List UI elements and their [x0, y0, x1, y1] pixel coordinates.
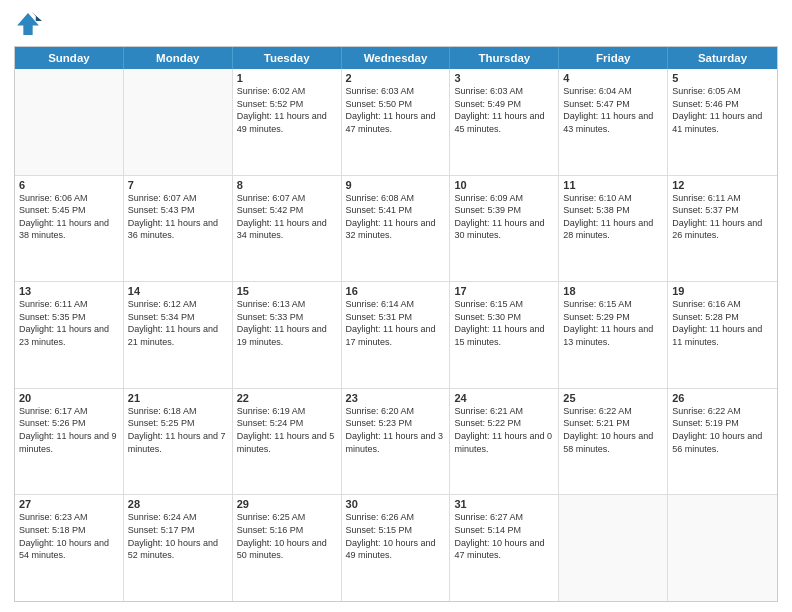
calendar-cell-3-3: 23Sunrise: 6:20 AMSunset: 5:23 PMDayligh…	[342, 389, 451, 495]
header	[14, 10, 778, 38]
cell-info-16: Sunrise: 6:14 AMSunset: 5:31 PMDaylight:…	[346, 298, 446, 348]
cell-info-4: Sunrise: 6:04 AMSunset: 5:47 PMDaylight:…	[563, 85, 663, 135]
calendar-cell-3-0: 20Sunrise: 6:17 AMSunset: 5:26 PMDayligh…	[15, 389, 124, 495]
day-number-24: 24	[454, 392, 554, 404]
calendar-cell-3-2: 22Sunrise: 6:19 AMSunset: 5:24 PMDayligh…	[233, 389, 342, 495]
cell-info-28: Sunrise: 6:24 AMSunset: 5:17 PMDaylight:…	[128, 511, 228, 561]
day-number-11: 11	[563, 179, 663, 191]
day-number-2: 2	[346, 72, 446, 84]
cell-info-21: Sunrise: 6:18 AMSunset: 5:25 PMDaylight:…	[128, 405, 228, 455]
calendar-cell-3-5: 25Sunrise: 6:22 AMSunset: 5:21 PMDayligh…	[559, 389, 668, 495]
calendar-cell-2-6: 19Sunrise: 6:16 AMSunset: 5:28 PMDayligh…	[668, 282, 777, 388]
cell-info-5: Sunrise: 6:05 AMSunset: 5:46 PMDaylight:…	[672, 85, 773, 135]
calendar-cell-4-5	[559, 495, 668, 601]
day-number-5: 5	[672, 72, 773, 84]
header-sunday: Sunday	[15, 47, 124, 69]
day-number-23: 23	[346, 392, 446, 404]
day-number-12: 12	[672, 179, 773, 191]
calendar-cell-0-4: 3Sunrise: 6:03 AMSunset: 5:49 PMDaylight…	[450, 69, 559, 175]
day-number-19: 19	[672, 285, 773, 297]
cell-info-2: Sunrise: 6:03 AMSunset: 5:50 PMDaylight:…	[346, 85, 446, 135]
calendar-cell-4-2: 29Sunrise: 6:25 AMSunset: 5:16 PMDayligh…	[233, 495, 342, 601]
day-number-27: 27	[19, 498, 119, 510]
calendar-cell-2-2: 15Sunrise: 6:13 AMSunset: 5:33 PMDayligh…	[233, 282, 342, 388]
cell-info-29: Sunrise: 6:25 AMSunset: 5:16 PMDaylight:…	[237, 511, 337, 561]
cell-info-13: Sunrise: 6:11 AMSunset: 5:35 PMDaylight:…	[19, 298, 119, 348]
day-number-26: 26	[672, 392, 773, 404]
day-number-22: 22	[237, 392, 337, 404]
day-number-30: 30	[346, 498, 446, 510]
calendar-cell-0-3: 2Sunrise: 6:03 AMSunset: 5:50 PMDaylight…	[342, 69, 451, 175]
day-number-9: 9	[346, 179, 446, 191]
cell-info-24: Sunrise: 6:21 AMSunset: 5:22 PMDaylight:…	[454, 405, 554, 455]
day-number-16: 16	[346, 285, 446, 297]
calendar-cell-3-4: 24Sunrise: 6:21 AMSunset: 5:22 PMDayligh…	[450, 389, 559, 495]
cell-info-3: Sunrise: 6:03 AMSunset: 5:49 PMDaylight:…	[454, 85, 554, 135]
day-number-8: 8	[237, 179, 337, 191]
header-wednesday: Wednesday	[342, 47, 451, 69]
cell-info-7: Sunrise: 6:07 AMSunset: 5:43 PMDaylight:…	[128, 192, 228, 242]
cell-info-1: Sunrise: 6:02 AMSunset: 5:52 PMDaylight:…	[237, 85, 337, 135]
day-number-18: 18	[563, 285, 663, 297]
day-number-25: 25	[563, 392, 663, 404]
cell-info-18: Sunrise: 6:15 AMSunset: 5:29 PMDaylight:…	[563, 298, 663, 348]
header-saturday: Saturday	[668, 47, 777, 69]
cell-info-23: Sunrise: 6:20 AMSunset: 5:23 PMDaylight:…	[346, 405, 446, 455]
calendar-cell-4-1: 28Sunrise: 6:24 AMSunset: 5:17 PMDayligh…	[124, 495, 233, 601]
day-number-10: 10	[454, 179, 554, 191]
calendar-row-2: 13Sunrise: 6:11 AMSunset: 5:35 PMDayligh…	[15, 281, 777, 388]
calendar-cell-1-2: 8Sunrise: 6:07 AMSunset: 5:42 PMDaylight…	[233, 176, 342, 282]
day-number-15: 15	[237, 285, 337, 297]
day-number-4: 4	[563, 72, 663, 84]
calendar-cell-1-0: 6Sunrise: 6:06 AMSunset: 5:45 PMDaylight…	[15, 176, 124, 282]
calendar-cell-1-6: 12Sunrise: 6:11 AMSunset: 5:37 PMDayligh…	[668, 176, 777, 282]
calendar-cell-2-1: 14Sunrise: 6:12 AMSunset: 5:34 PMDayligh…	[124, 282, 233, 388]
day-number-28: 28	[128, 498, 228, 510]
calendar-cell-2-0: 13Sunrise: 6:11 AMSunset: 5:35 PMDayligh…	[15, 282, 124, 388]
calendar-header: SundayMondayTuesdayWednesdayThursdayFrid…	[15, 47, 777, 69]
cell-info-6: Sunrise: 6:06 AMSunset: 5:45 PMDaylight:…	[19, 192, 119, 242]
day-number-20: 20	[19, 392, 119, 404]
day-number-14: 14	[128, 285, 228, 297]
cell-info-15: Sunrise: 6:13 AMSunset: 5:33 PMDaylight:…	[237, 298, 337, 348]
day-number-1: 1	[237, 72, 337, 84]
calendar-cell-1-3: 9Sunrise: 6:08 AMSunset: 5:41 PMDaylight…	[342, 176, 451, 282]
header-friday: Friday	[559, 47, 668, 69]
calendar-row-1: 6Sunrise: 6:06 AMSunset: 5:45 PMDaylight…	[15, 175, 777, 282]
calendar-row-4: 27Sunrise: 6:23 AMSunset: 5:18 PMDayligh…	[15, 494, 777, 601]
calendar-cell-0-6: 5Sunrise: 6:05 AMSunset: 5:46 PMDaylight…	[668, 69, 777, 175]
calendar-cell-2-3: 16Sunrise: 6:14 AMSunset: 5:31 PMDayligh…	[342, 282, 451, 388]
cell-info-9: Sunrise: 6:08 AMSunset: 5:41 PMDaylight:…	[346, 192, 446, 242]
day-number-6: 6	[19, 179, 119, 191]
calendar-cell-4-0: 27Sunrise: 6:23 AMSunset: 5:18 PMDayligh…	[15, 495, 124, 601]
calendar-body: 1Sunrise: 6:02 AMSunset: 5:52 PMDaylight…	[15, 69, 777, 601]
cell-info-31: Sunrise: 6:27 AMSunset: 5:14 PMDaylight:…	[454, 511, 554, 561]
day-number-31: 31	[454, 498, 554, 510]
day-number-3: 3	[454, 72, 554, 84]
cell-info-19: Sunrise: 6:16 AMSunset: 5:28 PMDaylight:…	[672, 298, 773, 348]
day-number-21: 21	[128, 392, 228, 404]
cell-info-17: Sunrise: 6:15 AMSunset: 5:30 PMDaylight:…	[454, 298, 554, 348]
calendar-cell-3-1: 21Sunrise: 6:18 AMSunset: 5:25 PMDayligh…	[124, 389, 233, 495]
calendar-cell-0-1	[124, 69, 233, 175]
calendar-cell-4-6	[668, 495, 777, 601]
calendar-cell-2-4: 17Sunrise: 6:15 AMSunset: 5:30 PMDayligh…	[450, 282, 559, 388]
header-thursday: Thursday	[450, 47, 559, 69]
day-number-7: 7	[128, 179, 228, 191]
calendar-cell-1-4: 10Sunrise: 6:09 AMSunset: 5:39 PMDayligh…	[450, 176, 559, 282]
calendar-row-3: 20Sunrise: 6:17 AMSunset: 5:26 PMDayligh…	[15, 388, 777, 495]
cell-info-11: Sunrise: 6:10 AMSunset: 5:38 PMDaylight:…	[563, 192, 663, 242]
calendar-cell-1-1: 7Sunrise: 6:07 AMSunset: 5:43 PMDaylight…	[124, 176, 233, 282]
cell-info-20: Sunrise: 6:17 AMSunset: 5:26 PMDaylight:…	[19, 405, 119, 455]
day-number-13: 13	[19, 285, 119, 297]
calendar-cell-2-5: 18Sunrise: 6:15 AMSunset: 5:29 PMDayligh…	[559, 282, 668, 388]
calendar-row-0: 1Sunrise: 6:02 AMSunset: 5:52 PMDaylight…	[15, 69, 777, 175]
page: SundayMondayTuesdayWednesdayThursdayFrid…	[0, 0, 792, 612]
cell-info-10: Sunrise: 6:09 AMSunset: 5:39 PMDaylight:…	[454, 192, 554, 242]
calendar-cell-1-5: 11Sunrise: 6:10 AMSunset: 5:38 PMDayligh…	[559, 176, 668, 282]
calendar-cell-0-2: 1Sunrise: 6:02 AMSunset: 5:52 PMDaylight…	[233, 69, 342, 175]
cell-info-12: Sunrise: 6:11 AMSunset: 5:37 PMDaylight:…	[672, 192, 773, 242]
cell-info-14: Sunrise: 6:12 AMSunset: 5:34 PMDaylight:…	[128, 298, 228, 348]
calendar-cell-3-6: 26Sunrise: 6:22 AMSunset: 5:19 PMDayligh…	[668, 389, 777, 495]
calendar-cell-4-4: 31Sunrise: 6:27 AMSunset: 5:14 PMDayligh…	[450, 495, 559, 601]
